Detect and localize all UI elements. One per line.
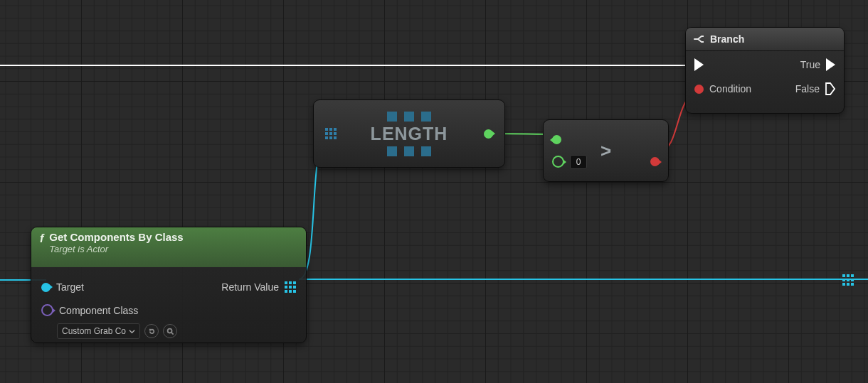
node-header[interactable]: f Get Components By Class Target is Acto… [31, 227, 306, 267]
pin-branch-condition-label: Condition [709, 83, 751, 95]
length-title: LENGTH [371, 124, 448, 144]
pin-branch-condition-in[interactable] [694, 85, 704, 94]
pin-component-class-label: Component Class [59, 305, 138, 316]
compare-b-default-value[interactable]: 0 [570, 155, 587, 169]
node-branch[interactable]: Branch True Condition False [685, 27, 845, 114]
reroute-array-pin[interactable] [842, 274, 854, 286]
browse-asset-button[interactable] [163, 324, 177, 338]
class-picker-dropdown[interactable]: Custom Grab Co [57, 323, 140, 339]
pin-length-int-out[interactable] [484, 129, 493, 139]
pin-compare-a-in[interactable] [552, 135, 561, 144]
length-pattern-bottom [387, 146, 431, 156]
function-icon: f [40, 231, 43, 247]
chevron-down-icon [129, 328, 135, 335]
class-picker-value: Custom Grab Co [62, 326, 126, 336]
pin-branch-true-out[interactable] [826, 58, 835, 71]
node-subtitle: Target is Actor [49, 244, 183, 254]
blueprint-graph-canvas[interactable]: f Get Components By Class Target is Acto… [0, 0, 868, 383]
length-pattern-top [387, 112, 431, 122]
pin-return-value-out[interactable] [285, 281, 296, 293]
pin-component-class-in[interactable] [41, 304, 53, 316]
node-greater-than[interactable]: > 0 [543, 119, 669, 182]
pin-target-label: Target [56, 281, 84, 293]
pin-target-in[interactable] [41, 283, 51, 292]
branch-icon [693, 34, 704, 44]
operator-label: > [600, 140, 611, 162]
node-header[interactable]: Branch [686, 28, 844, 51]
pin-compare-b-in[interactable] [552, 156, 564, 168]
pin-length-array-in[interactable] [325, 128, 337, 139]
node-title: Get Components By Class [49, 231, 183, 243]
svg-point-0 [167, 328, 171, 333]
node-get-components-by-class[interactable]: f Get Components By Class Target is Acto… [31, 227, 307, 343]
node-title: Branch [710, 33, 744, 45]
pin-branch-true-label: True [800, 59, 820, 70]
pin-branch-false-out[interactable] [825, 82, 835, 95]
pin-return-value-label: Return Value [221, 281, 279, 293]
pin-compare-bool-out[interactable] [650, 157, 660, 166]
reset-to-default-button[interactable] [144, 324, 159, 338]
pin-branch-exec-in[interactable] [694, 58, 704, 71]
pin-branch-false-label: False [795, 83, 820, 95]
node-array-length[interactable]: LENGTH [313, 99, 505, 168]
